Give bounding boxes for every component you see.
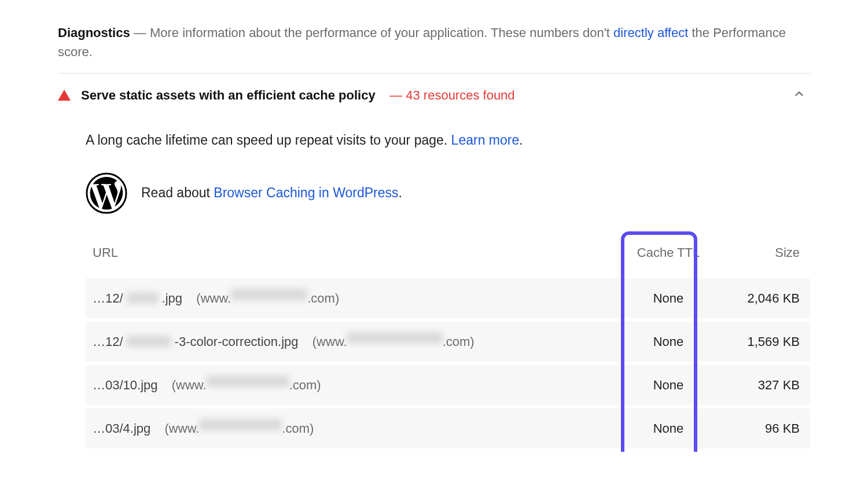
diagnostics-header: Diagnostics — More information about the… — [58, 23, 810, 73]
table-header-row: URL Cache TTL Size — [86, 237, 810, 278]
url-mid: .jpg — [162, 289, 182, 308]
domain-prefix: (www. — [165, 421, 200, 436]
chevron-up-icon — [793, 84, 810, 106]
fail-triangle-icon — [58, 90, 71, 101]
domain-blur: xxxxxxxxxxxxx — [199, 419, 282, 430]
col-header-url: URL — [93, 243, 626, 262]
domain-suffix: .com) — [289, 378, 321, 392]
domain-suffix: .com) — [282, 421, 314, 436]
col-header-size: Size — [711, 243, 803, 262]
audit-body: A long cache lifetime can speed up repea… — [58, 115, 810, 448]
audit-count-text: 43 resources found — [406, 88, 514, 102]
audit-description: A long cache lifetime can speed up repea… — [86, 130, 810, 150]
cell-size: 1,569 KB — [711, 332, 803, 351]
url-mid: -3-color-correction.jpg — [175, 332, 299, 351]
url-prefix: …03/10.jpg — [93, 375, 158, 395]
domain-prefix: (www. — [312, 334, 347, 349]
url-blur: xxxxxxx — [127, 336, 171, 347]
cell-size: 327 KB — [711, 375, 803, 395]
cell-url: …12/xxxxx.jpg (www.xxxxxxxxxxxx.com) — [93, 289, 626, 308]
cell-url: …03/4.jpg (www.xxxxxxxxxxxxx.com) — [93, 419, 626, 438]
url-prefix: …03/4.jpg — [93, 419, 150, 438]
wp-caching-link[interactable]: Browser Caching in WordPress — [214, 185, 398, 200]
domain-blur: xxxxxxxxxxxxxxx — [347, 332, 443, 344]
directly-affect-link[interactable]: directly affect — [613, 25, 688, 40]
col-header-ttl: Cache TTL — [631, 243, 706, 262]
cell-ttl: None — [631, 419, 706, 438]
diagnostics-desc-before: More information about the performance o… — [150, 25, 613, 40]
domain-suffix: .com) — [443, 334, 475, 349]
wordpress-logo-icon — [86, 172, 127, 214]
table-row: …12/xxxxx.jpg (www.xxxxxxxxxxxx.com) Non… — [86, 278, 810, 318]
url-prefix: …12/ — [93, 332, 123, 351]
cell-ttl: None — [631, 289, 706, 308]
resources-table: URL Cache TTL Size …12/xxxxx.jpg (www.xx… — [86, 237, 810, 448]
cell-ttl: None — [631, 332, 706, 351]
audit-desc-before: A long cache lifetime can speed up repea… — [86, 132, 451, 148]
audit-toggle-row[interactable]: Serve static assets with an efficient ca… — [58, 73, 810, 115]
audit-count-prefix: — — [389, 88, 406, 102]
cell-url: …03/10.jpg (www.xxxxxxxxxxxxx.com) — [93, 375, 626, 395]
domain-prefix: (www. — [172, 378, 207, 392]
table-row: …03/4.jpg (www.xxxxxxxxxxxxx.com) None 9… — [86, 408, 810, 448]
cell-ttl: None — [631, 375, 706, 395]
url-blur: xxxxx — [127, 292, 159, 304]
diagnostics-title: Diagnostics — [58, 25, 130, 40]
domain-suffix: .com) — [307, 291, 339, 305]
cell-size: 2,046 KB — [711, 289, 803, 308]
url-prefix: …12/ — [93, 289, 123, 308]
learn-more-link[interactable]: Learn more — [451, 132, 520, 148]
audit-desc-after: . — [519, 132, 523, 148]
wordpress-callout: Read about Browser Caching in WordPress. — [86, 172, 810, 214]
wp-text-before: Read about — [141, 185, 214, 200]
diagnostics-sep: — — [134, 25, 150, 40]
domain-blur: xxxxxxxxxxxx — [231, 289, 307, 300]
audit-title: Serve static assets with an efficient ca… — [81, 88, 376, 102]
domain-prefix: (www. — [196, 291, 231, 305]
wp-text-after: . — [398, 185, 402, 200]
table-row: …12/xxxxxxx-3-color-correction.jpg (www.… — [86, 322, 810, 362]
cell-url: …12/xxxxxxx-3-color-correction.jpg (www.… — [93, 332, 626, 351]
domain-blur: xxxxxxxxxxxxx — [207, 375, 289, 387]
cell-size: 96 KB — [711, 419, 803, 438]
table-row: …03/10.jpg (www.xxxxxxxxxxxxx.com) None … — [86, 365, 810, 405]
